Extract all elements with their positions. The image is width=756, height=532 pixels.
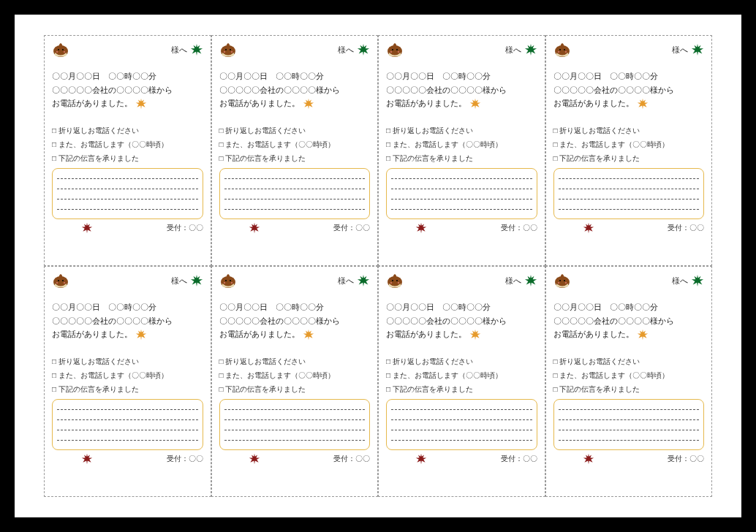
maple-green-icon — [691, 274, 704, 287]
memo-line — [391, 189, 532, 189]
check-callback: 折り返しお電話ください — [553, 123, 705, 137]
recipient-suffix: 様へ — [237, 276, 355, 286]
from-line: 〇〇〇〇〇会社の〇〇〇〇様から — [386, 314, 537, 328]
memo-line — [559, 199, 700, 200]
card-footer: 受付：〇〇 — [386, 453, 537, 465]
maple-red-icon — [249, 453, 260, 465]
check-message: 下記の伝言を承りました — [219, 382, 371, 396]
maple-orange-icon — [637, 329, 649, 341]
checkbox-list: 折り返しお電話ください また、お電話します（〇〇時頃） 下記の伝言を承りました — [219, 354, 371, 396]
card-footer: 受付：〇〇 — [386, 222, 537, 234]
maple-orange-icon — [135, 98, 147, 110]
checkbox-list: 折り返しお電話ください また、お電話します（〇〇時頃） 下記の伝言を承りました — [386, 123, 537, 165]
checkbox-list: 折り返しお電話ください また、お電話します（〇〇時頃） 下記の伝言を承りました — [52, 123, 203, 165]
message-body: 〇〇月〇〇日 〇〇時〇〇分 〇〇〇〇〇会社の〇〇〇〇様から お電話がありました。 — [386, 69, 537, 110]
check-callback: 折り返しお電話ください — [386, 354, 537, 368]
chestnut-icon — [553, 273, 571, 289]
svg-point-21 — [58, 280, 59, 281]
memo-box — [553, 399, 705, 450]
chestnut-icon — [219, 273, 237, 289]
checkbox-list: 折り返しお電話ください また、お電話します（〇〇時頃） 下記の伝言を承りました — [52, 354, 203, 396]
phone-memo-card: 様へ 〇〇月〇〇日 〇〇時〇〇分 〇〇〇〇〇会社の〇〇〇〇様から お電話がありま… — [545, 35, 713, 266]
card-header: 様へ — [52, 40, 203, 59]
received-by: 受付：〇〇 — [167, 223, 203, 233]
phone-memo-card: 様へ 〇〇月〇〇日 〇〇時〇〇分 〇〇〇〇〇会社の〇〇〇〇様から お電話がありま… — [545, 266, 713, 497]
memo-line — [224, 440, 366, 441]
recipient-suffix: 様へ — [237, 45, 355, 56]
received-by: 受付：〇〇 — [501, 454, 537, 464]
memo-box — [52, 168, 203, 219]
chestnut-icon — [219, 42, 237, 58]
chestnut-icon — [386, 273, 404, 289]
chestnut-icon — [52, 273, 69, 289]
memo-line — [57, 419, 198, 420]
message-body: 〇〇月〇〇日 〇〇時〇〇分 〇〇〇〇〇会社の〇〇〇〇様から お電話がありました。 — [553, 69, 705, 110]
phone-memo-card: 様へ 〇〇月〇〇日 〇〇時〇〇分 〇〇〇〇〇会社の〇〇〇〇様から お電話がありま… — [44, 35, 211, 266]
phone-memo-card: 様へ 〇〇月〇〇日 〇〇時〇〇分 〇〇〇〇〇会社の〇〇〇〇様から お電話がありま… — [378, 35, 545, 266]
maple-green-icon — [357, 43, 370, 56]
memo-box — [219, 399, 371, 450]
check-will-call: また、お電話します（〇〇時頃） — [52, 137, 203, 151]
memo-line — [57, 189, 198, 189]
svg-point-37 — [564, 280, 565, 281]
check-callback: 折り返しお電話ください — [553, 354, 705, 368]
svg-point-29 — [230, 282, 232, 284]
memo-line — [224, 419, 366, 420]
memo-line — [559, 419, 700, 420]
maple-red-icon — [81, 453, 93, 465]
datetime-line: 〇〇月〇〇日 〇〇時〇〇分 — [553, 300, 705, 314]
called-line: お電話がありました。 — [553, 327, 634, 341]
card-footer: 受付：〇〇 — [219, 453, 371, 465]
card-footer: 受付：〇〇 — [553, 222, 705, 234]
maple-green-icon — [357, 274, 370, 287]
message-body: 〇〇月〇〇日 〇〇時〇〇分 〇〇〇〇〇会社の〇〇〇〇様から お電話がありました。 — [386, 300, 537, 341]
message-body: 〇〇月〇〇日 〇〇時〇〇分 〇〇〇〇〇会社の〇〇〇〇様から お電話がありました。 — [553, 300, 705, 341]
check-message: 下記の伝言を承りました — [553, 151, 705, 165]
check-message: 下記の伝言を承りました — [386, 382, 537, 396]
check-callback: 折り返しお電話ください — [386, 123, 537, 137]
datetime-line: 〇〇月〇〇日 〇〇時〇〇分 — [52, 300, 203, 314]
card-header: 様へ — [386, 271, 537, 290]
called-line: お電話がありました。 — [52, 327, 132, 341]
svg-point-23 — [56, 282, 58, 284]
received-by: 受付：〇〇 — [333, 454, 370, 464]
maple-orange-icon — [303, 98, 314, 110]
maple-red-icon — [583, 222, 594, 234]
maple-orange-icon — [637, 98, 649, 110]
phone-memo-card: 様へ 〇〇月〇〇日 〇〇時〇〇分 〇〇〇〇〇会社の〇〇〇〇様から お電話がありま… — [44, 266, 211, 497]
from-line: 〇〇〇〇〇会社の〇〇〇〇様から — [52, 314, 203, 328]
memo-line — [391, 430, 532, 430]
memo-sheet: 様へ 〇〇月〇〇日 〇〇時〇〇分 〇〇〇〇〇会社の〇〇〇〇様から お電話がありま… — [15, 15, 741, 517]
svg-point-9 — [230, 51, 232, 53]
recipient-suffix: 様へ — [404, 45, 521, 56]
svg-point-1 — [58, 49, 59, 50]
memo-line — [224, 409, 366, 410]
phone-memo-card: 様へ 〇〇月〇〇日 〇〇時〇〇分 〇〇〇〇〇会社の〇〇〇〇様から お電話がありま… — [378, 266, 545, 497]
svg-point-18 — [557, 51, 559, 53]
check-will-call: また、お電話します（〇〇時頃） — [553, 137, 705, 151]
checkbox-list: 折り返しお電話ください また、お電話します（〇〇時頃） 下記の伝言を承りました — [386, 354, 537, 396]
memo-line — [559, 430, 700, 430]
maple-red-icon — [249, 222, 260, 234]
received-by: 受付：〇〇 — [668, 454, 704, 464]
called-line: お電話がありました。 — [553, 96, 634, 110]
card-footer: 受付：〇〇 — [219, 222, 371, 234]
datetime-line: 〇〇月〇〇日 〇〇時〇〇分 — [386, 300, 537, 314]
chestnut-icon — [52, 42, 69, 58]
chestnut-icon — [553, 42, 571, 58]
phone-memo-card: 様へ 〇〇月〇〇日 〇〇時〇〇分 〇〇〇〇〇会社の〇〇〇〇様から お電話がありま… — [211, 266, 379, 497]
message-body: 〇〇月〇〇日 〇〇時〇〇分 〇〇〇〇〇会社の〇〇〇〇様から お電話がありました。 — [219, 69, 371, 110]
memo-line — [391, 199, 532, 200]
card-footer: 受付：〇〇 — [553, 453, 705, 465]
checkbox-list: 折り返しお電話ください また、お電話します（〇〇時頃） 下記の伝言を承りました — [553, 354, 705, 396]
from-line: 〇〇〇〇〇会社の〇〇〇〇様から — [52, 83, 203, 97]
card-header: 様へ — [219, 40, 371, 59]
memo-line — [391, 440, 532, 441]
called-line: お電話がありました。 — [52, 96, 132, 110]
from-line: 〇〇〇〇〇会社の〇〇〇〇様から — [553, 314, 705, 328]
recipient-suffix: 様へ — [69, 45, 187, 56]
memo-line — [57, 199, 198, 200]
memo-line — [224, 178, 366, 179]
svg-point-7 — [230, 49, 231, 50]
recipient-suffix: 様へ — [571, 276, 689, 286]
